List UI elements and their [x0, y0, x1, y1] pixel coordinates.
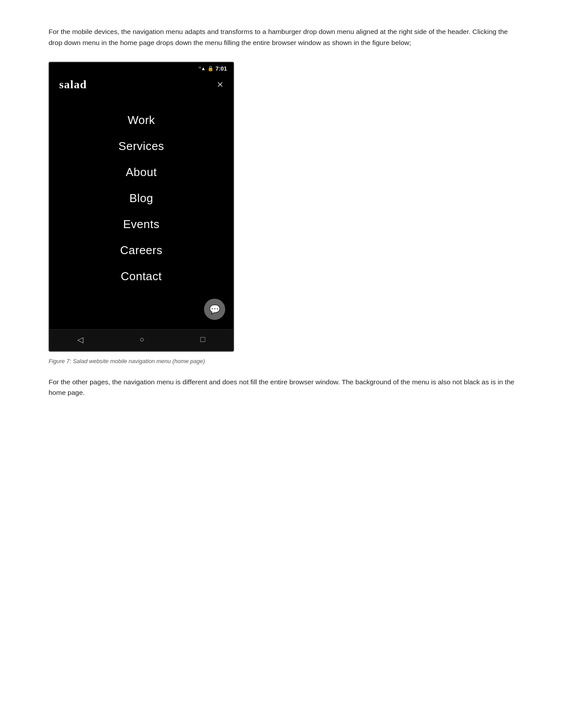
status-bar: ᴴ▲ 🔒 7:01 [49, 63, 233, 74]
chat-button[interactable]: 💬 [204, 299, 225, 320]
battery-icon: 🔒 [208, 66, 214, 71]
signal-icon: ᴴ▲ [199, 66, 206, 71]
android-home-button[interactable]: ○ [140, 335, 144, 344]
phone-mockup-container: ᴴ▲ 🔒 7:01 salad × Work Services About Bl… [49, 62, 514, 352]
android-back-button[interactable]: ◁ [77, 335, 83, 345]
phone-nav-menu: Work Services About Blog Events Careers … [49, 98, 233, 294]
nav-item-about[interactable]: About [49, 159, 233, 185]
intro-paragraph: For the mobile devices, the navigation m… [49, 26, 514, 49]
nav-item-careers[interactable]: Careers [49, 237, 233, 263]
brand-logo: salad [59, 78, 87, 91]
phone-frame: ᴴ▲ 🔒 7:01 salad × Work Services About Bl… [49, 62, 234, 352]
close-button[interactable]: × [217, 79, 223, 90]
outro-paragraph: For the other pages, the navigation menu… [49, 377, 514, 399]
status-time: 7:01 [215, 65, 227, 72]
nav-item-contact[interactable]: Contact [49, 263, 233, 289]
phone-header: salad × [49, 74, 233, 98]
chat-icon: 💬 [209, 304, 220, 315]
status-bar-icons: ᴴ▲ 🔒 7:01 [199, 65, 227, 72]
nav-item-work[interactable]: Work [49, 107, 233, 133]
phone-bottom-area: 💬 [49, 294, 233, 329]
nav-item-blog[interactable]: Blog [49, 185, 233, 211]
android-navbar: ◁ ○ □ [49, 329, 233, 351]
android-recent-button[interactable]: □ [200, 335, 205, 344]
nav-item-events[interactable]: Events [49, 211, 233, 237]
nav-item-services[interactable]: Services [49, 133, 233, 159]
figure-caption: Figure 7: Salad website mobile navigatio… [49, 358, 514, 364]
